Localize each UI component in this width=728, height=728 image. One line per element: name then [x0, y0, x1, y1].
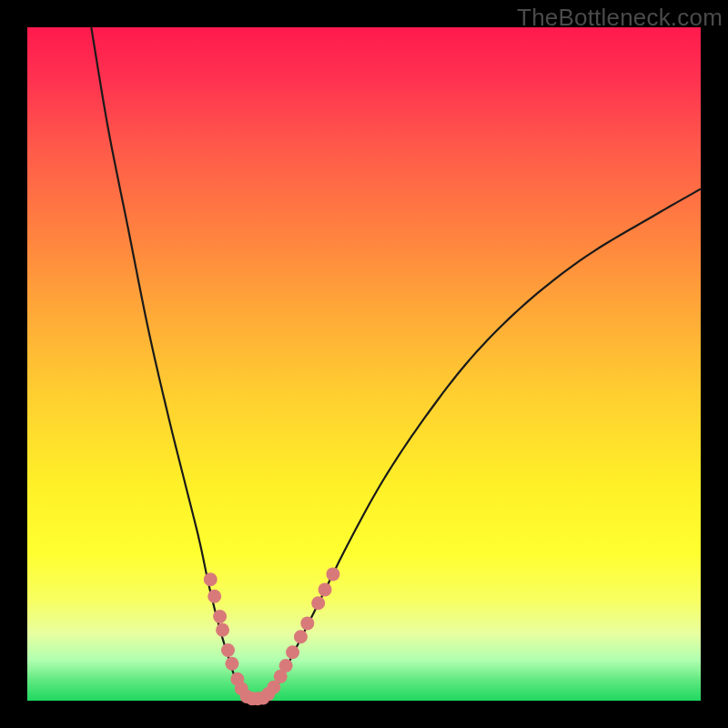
chart-svg [27, 27, 701, 701]
plot-area [27, 27, 701, 701]
data-dot [326, 567, 339, 581]
data-dot [225, 657, 238, 671]
data-dot [286, 645, 299, 659]
dots-group [204, 567, 340, 705]
chart-frame: TheBottleneck.com [0, 0, 728, 728]
left-curve [91, 27, 249, 701]
data-dot [311, 596, 325, 610]
data-dot [213, 610, 227, 623]
data-dot [204, 572, 217, 586]
data-dot [279, 659, 293, 672]
curve-group [91, 27, 701, 701]
data-dot [207, 590, 221, 603]
data-dot [318, 582, 332, 596]
data-dot [294, 630, 308, 643]
data-dot [300, 616, 314, 630]
data-dot [216, 623, 229, 637]
right-curve [263, 189, 701, 701]
watermark-text: TheBottleneck.com [517, 4, 723, 32]
data-dot [221, 643, 235, 657]
